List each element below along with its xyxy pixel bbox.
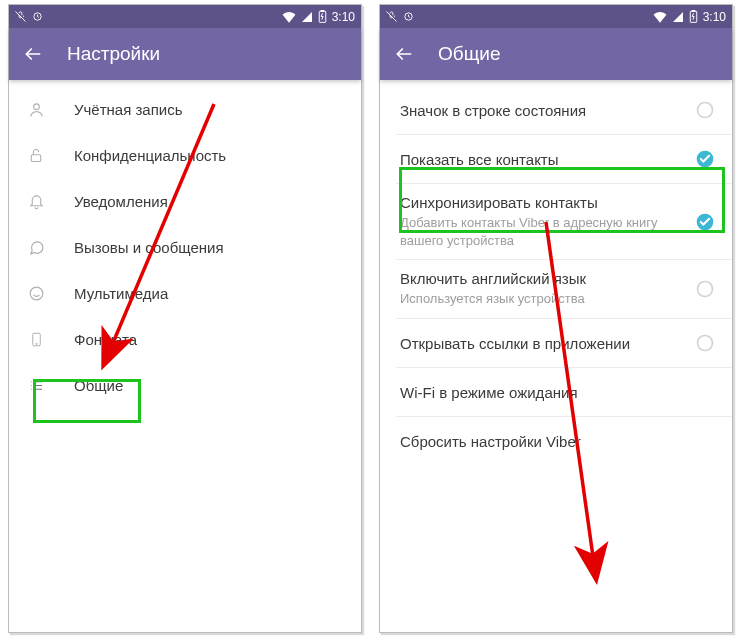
settings-item-media[interactable]: Мультимедиа [9, 270, 361, 316]
radio-off-icon[interactable] [694, 279, 716, 299]
svg-rect-10 [692, 10, 695, 11]
app-bar: Настройки [9, 28, 361, 80]
signal-icon [672, 11, 684, 23]
status-bar: 3:10 [380, 5, 732, 28]
wifi-icon [282, 11, 296, 23]
svg-point-15 [698, 336, 713, 351]
list-icon [26, 378, 46, 393]
phone-icon [26, 331, 46, 348]
rotation-icon [32, 11, 43, 22]
rotation-icon [403, 11, 414, 22]
item-label: Сбросить настройки Viber [400, 433, 716, 450]
battery-icon [318, 10, 327, 23]
settings-item-chat-background[interactable]: Фон чата [9, 316, 361, 362]
item-label: Wi-Fi в режиме ожидания [400, 384, 716, 401]
toggle-english[interactable]: Включить английский язык Используется яз… [380, 260, 732, 318]
settings-item-general[interactable]: Общие [9, 362, 361, 408]
toggle-label: Показать все контакты [400, 151, 684, 168]
toggle-status-bar-icon[interactable]: Значок в строке состояния [380, 86, 732, 134]
user-icon [26, 101, 46, 118]
svg-point-7 [35, 343, 36, 344]
settings-item-label: Учётная запись [74, 101, 345, 118]
svg-point-11 [698, 103, 713, 118]
status-time: 3:10 [703, 10, 726, 24]
settings-item-notifications[interactable]: Уведомления [9, 178, 361, 224]
phone-screen-left: 3:10 Настройки Учётная запись Конфиденци… [8, 4, 362, 633]
settings-item-privacy[interactable]: Конфиденциальность [9, 132, 361, 178]
settings-item-label: Фон чата [74, 331, 345, 348]
svg-point-3 [33, 103, 39, 109]
bell-icon [26, 193, 46, 210]
page-title: Настройки [67, 43, 160, 65]
toggle-sync-contacts[interactable]: Синхронизировать контакты Добавить конта… [380, 184, 732, 259]
signal-icon [301, 11, 313, 23]
app-bar: Общие [380, 28, 732, 80]
toggle-label: Синхронизировать контакты [400, 194, 684, 211]
back-icon[interactable] [23, 44, 43, 64]
chat-icon [26, 239, 46, 256]
general-settings-list: Значок в строке состояния Показать все к… [380, 80, 732, 465]
toggle-subtitle: Добавить контакты Viber в адресную книгу… [400, 214, 684, 249]
lock-icon [26, 147, 46, 164]
settings-item-label: Уведомления [74, 193, 345, 210]
item-wifi-sleep[interactable]: Wi-Fi в режиме ожидания [380, 368, 732, 416]
settings-list: Учётная запись Конфиденциальность Уведом… [9, 80, 361, 408]
wifi-icon [653, 11, 667, 23]
toggle-label: Открывать ссылки в приложении [400, 335, 684, 352]
svg-rect-6 [32, 333, 40, 346]
radio-off-icon[interactable] [694, 100, 716, 120]
back-icon[interactable] [394, 44, 414, 64]
settings-item-account[interactable]: Учётная запись [9, 86, 361, 132]
status-bar: 3:10 [9, 5, 361, 28]
battery-icon [689, 10, 698, 23]
svg-rect-4 [31, 154, 40, 161]
check-on-icon[interactable] [694, 149, 716, 169]
toggle-label: Включить английский язык [400, 270, 684, 287]
settings-item-label: Мультимедиа [74, 285, 345, 302]
page-title: Общие [438, 43, 500, 65]
smile-icon [26, 285, 46, 302]
toggle-show-all-contacts[interactable]: Показать все контакты [380, 135, 732, 183]
item-reset-viber[interactable]: Сбросить настройки Viber [380, 417, 732, 465]
settings-item-label: Вызовы и сообщения [74, 239, 345, 256]
radio-off-icon[interactable] [694, 333, 716, 353]
svg-point-14 [698, 282, 713, 297]
toggle-subtitle: Используется язык устройства [400, 290, 684, 308]
settings-item-label: Конфиденциальность [74, 147, 345, 164]
svg-rect-2 [321, 10, 324, 11]
phone-screen-right: 3:10 Общие Значок в строке состояния Пок… [379, 4, 733, 633]
toggle-open-links-in-app[interactable]: Открывать ссылки в приложении [380, 319, 732, 367]
svg-point-5 [30, 287, 43, 300]
toggle-label: Значок в строке состояния [400, 102, 684, 119]
check-on-icon[interactable] [694, 212, 716, 232]
status-time: 3:10 [332, 10, 355, 24]
settings-item-calls-messages[interactable]: Вызовы и сообщения [9, 224, 361, 270]
mic-muted-icon [15, 11, 26, 22]
settings-item-label: Общие [74, 377, 345, 394]
mic-muted-icon [386, 11, 397, 22]
